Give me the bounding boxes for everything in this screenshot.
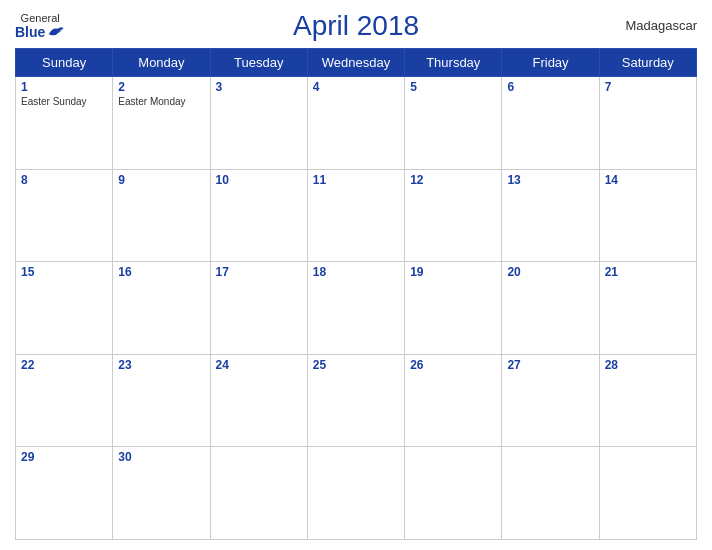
table-row: 28 [599,354,696,447]
table-row: 2Easter Monday [113,77,210,170]
table-row: 19 [405,262,502,355]
calendar-week-2: 891011121314 [16,169,697,262]
header-sunday: Sunday [16,49,113,77]
header-tuesday: Tuesday [210,49,307,77]
calendar-week-5: 2930 [16,447,697,540]
table-row: 20 [502,262,599,355]
day-number: 17 [216,265,302,279]
day-number: 1 [21,80,107,94]
table-row: 3 [210,77,307,170]
day-number: 5 [410,80,496,94]
table-row: 13 [502,169,599,262]
table-row: 1Easter Sunday [16,77,113,170]
calendar-week-4: 22232425262728 [16,354,697,447]
table-row: 9 [113,169,210,262]
day-number: 13 [507,173,593,187]
day-number: 25 [313,358,399,372]
table-row: 17 [210,262,307,355]
table-row: 14 [599,169,696,262]
logo-bird-icon [47,25,65,39]
day-number: 22 [21,358,107,372]
logo-blue: Blue [15,24,65,40]
table-row: 27 [502,354,599,447]
header-monday: Monday [113,49,210,77]
table-row: 26 [405,354,502,447]
day-number: 12 [410,173,496,187]
calendar-week-1: 1Easter Sunday2Easter Monday34567 [16,77,697,170]
table-row: 8 [16,169,113,262]
holiday-label: Easter Sunday [21,96,107,107]
table-row: 5 [405,77,502,170]
header-thursday: Thursday [405,49,502,77]
day-number: 2 [118,80,204,94]
calendar-table: Sunday Monday Tuesday Wednesday Thursday… [15,48,697,540]
table-row: 23 [113,354,210,447]
header-wednesday: Wednesday [307,49,404,77]
day-number: 23 [118,358,204,372]
header-saturday: Saturday [599,49,696,77]
day-number: 18 [313,265,399,279]
country-label: Madagascar [625,18,697,33]
table-row [210,447,307,540]
day-number: 27 [507,358,593,372]
table-row: 11 [307,169,404,262]
table-row: 16 [113,262,210,355]
calendar-header-row: Sunday Monday Tuesday Wednesday Thursday… [16,49,697,77]
day-number: 30 [118,450,204,464]
day-number: 16 [118,265,204,279]
page-header: General Blue April 2018 Madagascar [15,10,697,42]
day-number: 19 [410,265,496,279]
header-friday: Friday [502,49,599,77]
calendar-week-3: 15161718192021 [16,262,697,355]
table-row: 25 [307,354,404,447]
table-row: 12 [405,169,502,262]
day-number: 10 [216,173,302,187]
day-number: 21 [605,265,691,279]
table-row: 29 [16,447,113,540]
table-row: 24 [210,354,307,447]
table-row: 7 [599,77,696,170]
page-title: April 2018 [293,10,419,42]
day-number: 9 [118,173,204,187]
day-number: 8 [21,173,107,187]
day-number: 15 [21,265,107,279]
day-number: 6 [507,80,593,94]
table-row: 6 [502,77,599,170]
table-row: 4 [307,77,404,170]
table-row [599,447,696,540]
table-row: 22 [16,354,113,447]
day-number: 3 [216,80,302,94]
day-number: 4 [313,80,399,94]
day-number: 7 [605,80,691,94]
day-number: 20 [507,265,593,279]
logo: General Blue [15,12,65,40]
table-row [307,447,404,540]
table-row: 10 [210,169,307,262]
table-row: 21 [599,262,696,355]
logo-general: General [21,12,60,24]
day-number: 11 [313,173,399,187]
table-row: 15 [16,262,113,355]
table-row: 30 [113,447,210,540]
day-number: 24 [216,358,302,372]
holiday-label: Easter Monday [118,96,204,107]
day-number: 14 [605,173,691,187]
table-row [405,447,502,540]
table-row: 18 [307,262,404,355]
day-number: 28 [605,358,691,372]
table-row [502,447,599,540]
day-number: 26 [410,358,496,372]
day-number: 29 [21,450,107,464]
